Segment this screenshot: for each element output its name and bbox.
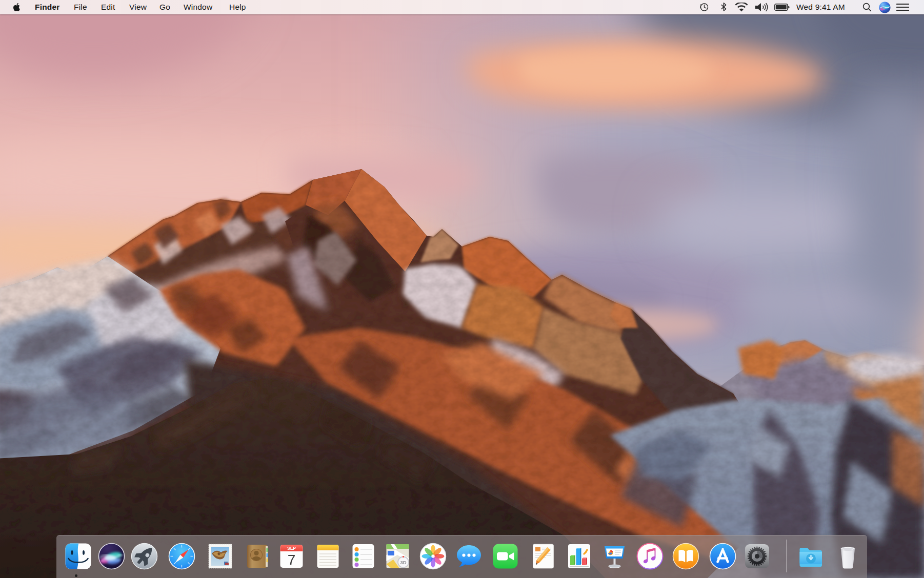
svg-text:7: 7 (288, 552, 296, 568)
svg-text:SEP: SEP (287, 546, 296, 551)
svg-text:3D: 3D (400, 560, 406, 565)
